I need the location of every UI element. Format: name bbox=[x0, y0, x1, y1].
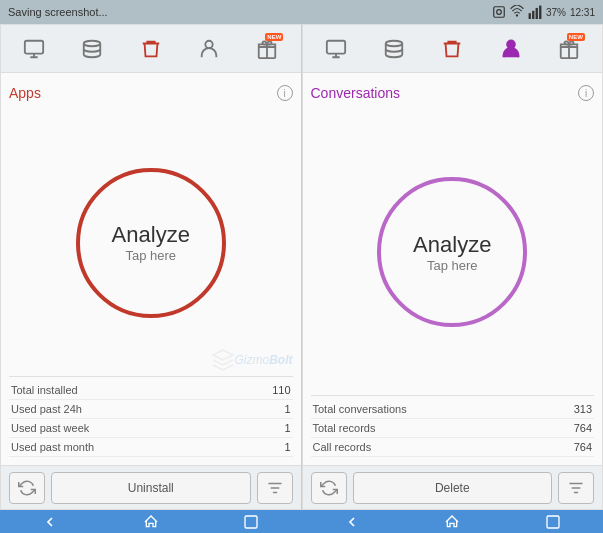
stat-label: Used past week bbox=[11, 422, 89, 434]
right-filter-button[interactable] bbox=[558, 472, 594, 504]
wifi-icon bbox=[510, 5, 524, 19]
svg-point-12 bbox=[386, 40, 403, 46]
screenshot-text: Saving screenshot... bbox=[8, 6, 108, 18]
watermark-area: GizmoBolt bbox=[211, 348, 293, 372]
conv-info-icon[interactable]: i bbox=[578, 85, 594, 101]
svg-point-9 bbox=[205, 40, 212, 47]
svg-point-8 bbox=[84, 40, 101, 46]
right-delete-button[interactable]: Delete bbox=[353, 472, 553, 504]
right-refresh-button[interactable] bbox=[311, 472, 347, 504]
apps-tap-text: Tap here bbox=[125, 248, 176, 263]
stat-row: Total records 764 bbox=[311, 419, 595, 438]
stat-label: Total conversations bbox=[313, 403, 407, 415]
stat-row: Call records 764 bbox=[311, 438, 595, 457]
new-badge-left: NEW bbox=[265, 33, 283, 41]
right-panel: NEW Conversations i Analyze Tap here Tot… bbox=[302, 24, 604, 510]
stat-row: Total installed 110 bbox=[9, 381, 293, 400]
svg-rect-15 bbox=[245, 516, 257, 528]
svg-rect-4 bbox=[532, 11, 534, 19]
stat-value: 313 bbox=[574, 403, 592, 415]
left-refresh-button[interactable] bbox=[9, 472, 45, 504]
stat-value: 1 bbox=[284, 403, 290, 415]
right-back-button[interactable] bbox=[344, 514, 360, 530]
stat-label: Call records bbox=[313, 441, 372, 453]
left-analyze-area[interactable]: Analyze Tap here GizmoBolt bbox=[9, 113, 293, 372]
status-left: Saving screenshot... bbox=[8, 6, 108, 18]
right-toolbar-trash[interactable] bbox=[436, 33, 468, 65]
battery-text: 37% bbox=[546, 7, 566, 18]
toolbar-database[interactable] bbox=[76, 33, 108, 65]
toolbar-gift[interactable]: NEW bbox=[251, 33, 283, 65]
apps-stats: Total installed 110 Used past 24h 1 Used… bbox=[9, 376, 293, 457]
left-recents-button[interactable] bbox=[243, 514, 259, 530]
nav-bar bbox=[0, 510, 603, 533]
right-home-button[interactable] bbox=[444, 514, 460, 530]
stat-row: Used past 24h 1 bbox=[9, 400, 293, 419]
svg-rect-16 bbox=[547, 516, 559, 528]
right-action-bar: Delete bbox=[303, 465, 603, 509]
status-right: 37% 12:31 bbox=[492, 5, 595, 19]
stat-value: 764 bbox=[574, 441, 592, 453]
left-content: Apps i Analyze Tap here GizmoBolt Total … bbox=[1, 73, 301, 465]
right-toolbar-gift[interactable]: NEW bbox=[553, 33, 585, 65]
stat-row: Used past week 1 bbox=[9, 419, 293, 438]
right-toolbar-database[interactable] bbox=[378, 33, 410, 65]
toolbar-trash[interactable] bbox=[135, 33, 167, 65]
right-recents-button[interactable] bbox=[545, 514, 561, 530]
stat-value: 1 bbox=[284, 422, 290, 434]
stat-row: Total conversations 313 bbox=[311, 400, 595, 419]
conv-stats: Total conversations 313 Total records 76… bbox=[311, 395, 595, 457]
left-filter-button[interactable] bbox=[257, 472, 293, 504]
signal-icon bbox=[528, 5, 542, 19]
left-home-button[interactable] bbox=[143, 514, 159, 530]
svg-rect-6 bbox=[539, 6, 541, 19]
toolbar-person[interactable] bbox=[193, 33, 225, 65]
stat-row: Used past month 1 bbox=[9, 438, 293, 457]
right-toolbar-monitor[interactable] bbox=[320, 33, 352, 65]
svg-rect-5 bbox=[536, 8, 538, 19]
left-panel: NEW Apps i Analyze Tap here GizmoBolt bbox=[0, 24, 302, 510]
stat-value: 764 bbox=[574, 422, 592, 434]
svg-point-2 bbox=[516, 14, 518, 16]
svg-rect-7 bbox=[25, 40, 43, 53]
svg-point-1 bbox=[497, 10, 502, 15]
right-toolbar: NEW bbox=[303, 25, 603, 73]
left-back-button[interactable] bbox=[42, 514, 58, 530]
conv-analyze-circle[interactable]: Analyze Tap here bbox=[377, 177, 527, 327]
left-section-header: Apps i bbox=[9, 81, 293, 105]
time-text: 12:31 bbox=[570, 7, 595, 18]
left-toolbar: NEW bbox=[1, 25, 301, 73]
stat-label: Used past 24h bbox=[11, 403, 82, 415]
right-toolbar-person[interactable] bbox=[495, 33, 527, 65]
panels-container: NEW Apps i Analyze Tap here GizmoBolt bbox=[0, 24, 603, 510]
apps-analyze-circle[interactable]: Analyze Tap here bbox=[76, 168, 226, 318]
status-bar: Saving screenshot... 37% 12:31 bbox=[0, 0, 603, 24]
screenshot-icon bbox=[492, 5, 506, 19]
left-action-bar: Uninstall bbox=[1, 465, 301, 509]
new-badge-right: NEW bbox=[567, 33, 585, 41]
stat-value: 1 bbox=[284, 441, 290, 453]
apps-title: Apps bbox=[9, 85, 41, 101]
apps-info-icon[interactable]: i bbox=[277, 85, 293, 101]
right-content: Conversations i Analyze Tap here Total c… bbox=[303, 73, 603, 465]
svg-rect-0 bbox=[494, 7, 505, 18]
toolbar-monitor[interactable] bbox=[18, 33, 50, 65]
stat-value: 110 bbox=[272, 384, 290, 396]
left-uninstall-button[interactable]: Uninstall bbox=[51, 472, 251, 504]
conv-analyze-text: Analyze bbox=[413, 232, 491, 258]
conv-tap-text: Tap here bbox=[427, 258, 478, 273]
conversations-title: Conversations bbox=[311, 85, 401, 101]
stat-label: Used past month bbox=[11, 441, 94, 453]
right-section-header: Conversations i bbox=[311, 81, 595, 105]
stat-label: Total installed bbox=[11, 384, 78, 396]
right-analyze-area[interactable]: Analyze Tap here bbox=[311, 113, 595, 391]
svg-rect-3 bbox=[529, 13, 531, 19]
apps-analyze-text: Analyze bbox=[112, 222, 190, 248]
svg-rect-11 bbox=[326, 40, 344, 53]
stat-label: Total records bbox=[313, 422, 376, 434]
